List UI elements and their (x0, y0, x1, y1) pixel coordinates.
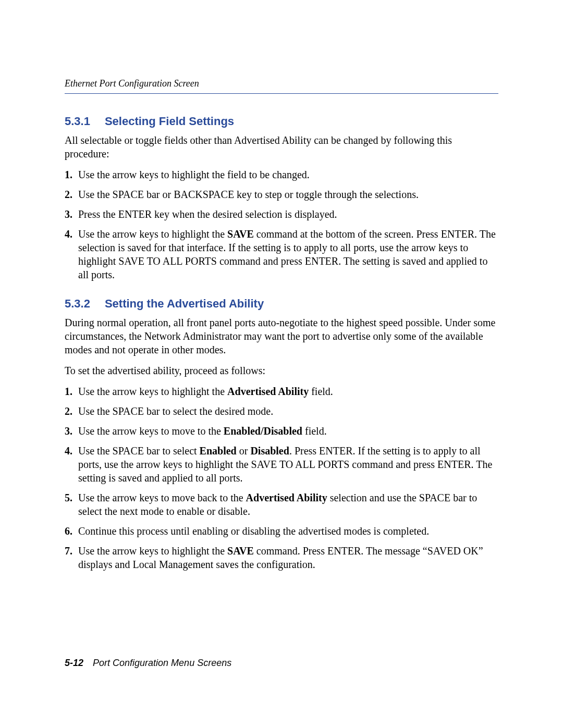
step-text-bold: Enabled (200, 445, 237, 456)
section-heading-5-3-2: 5.3.2Setting the Advertised Ability (65, 297, 498, 311)
step-text: Use the arrow keys to highlight the fiel… (78, 169, 310, 180)
step-text-bold: Advertised Ability (246, 492, 327, 503)
step-text-pre: Use the arrow keys to highlight the (78, 386, 227, 397)
steps-list-5-3-1: Use the arrow keys to highlight the fiel… (65, 168, 498, 281)
step-item: Use the arrow keys to highlight the SAVE… (65, 227, 498, 281)
step-text-pre: Use the arrow keys to move to the (78, 425, 224, 437)
page-footer: 5-12Port Configuration Menu Screens (65, 658, 231, 669)
step-text-pre: Use the arrow keys to highlight the (78, 545, 227, 557)
section-intro: During normal operation, all front panel… (65, 316, 498, 356)
section-intro: All selectable or toggle fields other th… (65, 133, 498, 161)
step-text: Press the ENTER key when the desired sel… (78, 208, 337, 220)
step-text-pre: Use the SPACE bar to select (78, 445, 200, 456)
step-item: Use the SPACE bar or BACKSPACE key to st… (65, 188, 498, 201)
section-title: Selecting Field Settings (105, 115, 234, 128)
section-number: 5.3.2 (65, 297, 90, 311)
step-text-post: field. (302, 425, 327, 437)
step-text-bold: Enabled/Disabled (224, 425, 302, 437)
step-text: Use the SPACE bar to select the desired … (78, 405, 273, 417)
step-text: Continue this process until enabling or … (78, 525, 429, 537)
step-item: Press the ENTER key when the desired sel… (65, 207, 498, 221)
step-item: Use the arrow keys to move to the Enable… (65, 424, 498, 438)
section-number: 5.3.1 (65, 115, 90, 128)
section-heading-5-3-1: 5.3.1Selecting Field Settings (65, 115, 498, 128)
step-text-mid: or (237, 445, 251, 456)
step-text-bold: Disabled (250, 445, 289, 456)
step-text-pre: Use the arrow keys to highlight the (78, 228, 227, 240)
step-text-pre: Use the arrow keys to move back to the (78, 492, 246, 503)
step-item: Use the arrow keys to highlight the Adve… (65, 385, 498, 398)
section-5-3-1: 5.3.1Selecting Field Settings All select… (65, 115, 498, 281)
running-title: Ethernet Port Configuration Screen (65, 78, 199, 89)
section-intro-2: To set the advertised ability, proceed a… (65, 364, 498, 377)
page-number: 5-12 (65, 658, 83, 668)
step-text-bold: SAVE (227, 545, 254, 557)
running-header: Ethernet Port Configuration Screen (65, 78, 498, 94)
step-text-bold: Advertised Ability (227, 386, 309, 397)
step-item: Continue this process until enabling or … (65, 524, 498, 538)
step-text-post: field. (309, 386, 333, 397)
step-item: Use the SPACE bar to select Enabled or D… (65, 444, 498, 485)
step-item: Use the arrow keys to highlight the SAVE… (65, 544, 498, 571)
section-5-3-2: 5.3.2Setting the Advertised Ability Duri… (65, 297, 498, 571)
steps-list-5-3-2: Use the arrow keys to highlight the Adve… (65, 385, 498, 571)
step-text: Use the SPACE bar or BACKSPACE key to st… (78, 189, 419, 200)
step-item: Use the arrow keys to move back to the A… (65, 491, 498, 518)
footer-title: Port Configuration Menu Screens (93, 658, 231, 668)
section-title: Setting the Advertised Ability (105, 297, 264, 310)
step-item: Use the SPACE bar to select the desired … (65, 404, 498, 418)
step-text-bold: SAVE (227, 228, 254, 240)
step-item: Use the arrow keys to highlight the fiel… (65, 168, 498, 181)
